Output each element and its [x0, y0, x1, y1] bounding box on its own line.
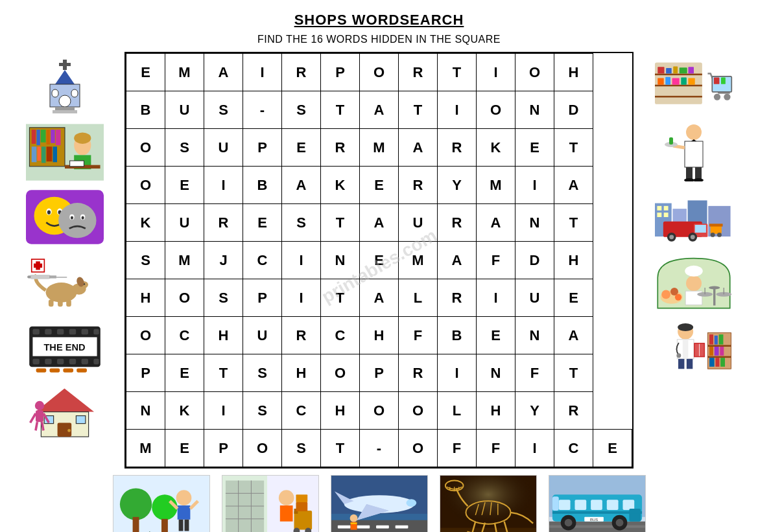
svg-point-114 [684, 178, 694, 181]
grid-cell: K [126, 204, 165, 242]
svg-rect-9 [53, 110, 77, 113]
grid-cell: P [243, 129, 282, 167]
bottom-img-boy: Park scene [113, 475, 210, 532]
right-decorations [640, 52, 747, 376]
grid-cell: U [165, 204, 204, 242]
svg-rect-73 [77, 368, 87, 372]
bottom-img-postoffice [222, 475, 319, 532]
grid-cell: C [243, 242, 282, 279]
svg-rect-43 [48, 299, 53, 306]
grid-cell: A [477, 204, 515, 242]
svg-marker-2 [55, 70, 75, 84]
grid-cell: A [438, 242, 477, 279]
left-decorations: THE END [11, 52, 118, 441]
grid-cell: O [399, 392, 438, 430]
grid-cell: M [165, 54, 204, 91]
grid-cell: R [438, 129, 477, 167]
svg-rect-165 [718, 334, 723, 344]
grid-cell: U [204, 129, 243, 167]
svg-rect-164 [714, 336, 717, 345]
grid-cell: A [360, 204, 399, 242]
svg-rect-18 [55, 130, 60, 145]
svg-rect-111 [669, 137, 673, 145]
grid-cell: U [399, 204, 438, 242]
grid-cell: H [126, 279, 165, 317]
grid-cell: C [165, 317, 204, 354]
grid-cell: M [126, 430, 165, 467]
svg-rect-108 [685, 141, 703, 167]
svg-rect-64 [57, 359, 64, 364]
svg-rect-58 [57, 329, 64, 334]
svg-point-142 [674, 294, 681, 300]
svg-rect-6 [52, 89, 58, 97]
svg-rect-163 [709, 334, 713, 344]
svg-rect-51 [56, 277, 66, 277]
grid-cell: T [399, 91, 438, 129]
svg-rect-62 [32, 359, 39, 364]
grid-cell: L [438, 392, 477, 430]
grid-cell: T [321, 279, 360, 317]
svg-rect-19 [31, 146, 36, 162]
grid-cell: A [360, 279, 399, 317]
grid-cell: C [554, 430, 593, 467]
grid-cell: D [554, 91, 593, 129]
grid-cell: N [515, 317, 554, 354]
grid-cell: P [360, 354, 399, 392]
grid-cell: R [204, 204, 243, 242]
grid-cell: L [399, 279, 438, 317]
svg-rect-90 [655, 96, 702, 98]
svg-rect-93 [673, 66, 678, 73]
svg-rect-166 [709, 347, 713, 356]
grid-cell: R [438, 204, 477, 242]
svg-rect-102 [713, 78, 719, 84]
grid-cell: N [515, 91, 554, 129]
grid-cell: H [282, 354, 321, 392]
svg-rect-23 [53, 146, 57, 162]
grid-cell: H [477, 392, 515, 430]
svg-line-83 [30, 413, 35, 422]
svg-rect-168 [720, 347, 724, 356]
grid-cell: R [554, 392, 593, 430]
svg-rect-126 [694, 225, 705, 233]
grid-cell: E [282, 129, 321, 167]
grid-cell: T [321, 430, 360, 467]
grid-cell: B [243, 167, 282, 204]
grid-cell: B [126, 91, 165, 129]
svg-rect-152 [682, 340, 688, 359]
svg-rect-239 [558, 500, 570, 510]
svg-rect-44 [58, 299, 63, 306]
library-icon [26, 123, 104, 181]
grid-cell: A [554, 167, 593, 204]
svg-rect-161 [707, 345, 731, 347]
grid-cell: E [593, 430, 632, 467]
svg-rect-91 [657, 67, 664, 73]
grid-cell: E [515, 129, 554, 167]
svg-line-86 [41, 422, 43, 430]
grid-cell: P [126, 354, 165, 392]
svg-rect-162 [707, 356, 731, 358]
svg-rect-66 [81, 359, 88, 364]
grid-cell: F [477, 430, 515, 467]
svg-rect-100 [688, 78, 694, 84]
svg-point-249 [615, 519, 623, 527]
grid-cell: F [438, 430, 477, 467]
svg-rect-193 [279, 505, 292, 522]
svg-rect-56 [32, 329, 39, 334]
grid-cell: S [204, 91, 243, 129]
delivery-icon [655, 188, 733, 246]
grid-cell: E [243, 204, 282, 242]
grid-cell: M [399, 242, 438, 279]
grid-cell: O [126, 129, 165, 167]
grid-cell: N [126, 392, 165, 430]
grid-cell: R [282, 54, 321, 91]
svg-text:BUS: BUS [589, 518, 597, 522]
grid-cell: H [554, 54, 593, 91]
grid-cell: O [515, 54, 554, 91]
svg-rect-97 [665, 77, 670, 85]
svg-point-212 [349, 515, 357, 522]
svg-rect-205 [376, 526, 389, 529]
svg-line-85 [36, 422, 37, 430]
grid-cell: C [321, 317, 360, 354]
svg-point-130 [690, 235, 694, 239]
theater-masks-icon [26, 188, 104, 246]
